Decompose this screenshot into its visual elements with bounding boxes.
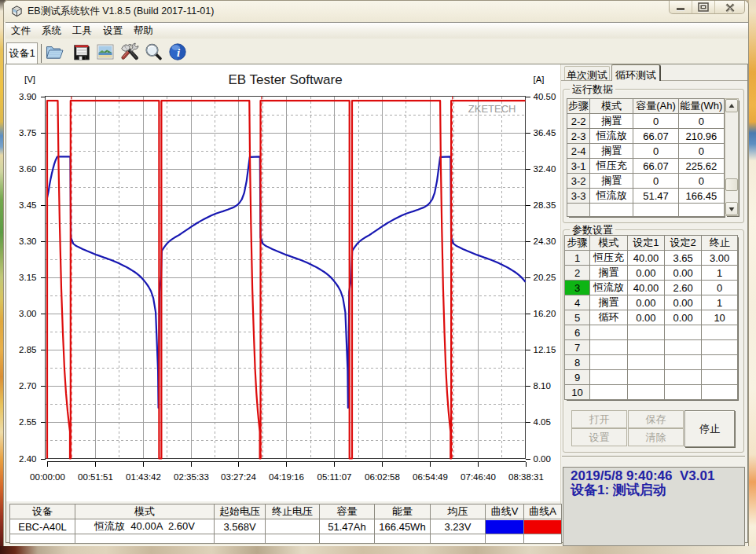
scroll-thumb[interactable] <box>725 178 738 191</box>
table-cell: EBC-A40L <box>10 519 75 534</box>
svg-text:06:02:58: 06:02:58 <box>365 472 400 482</box>
table-cell[interactable]: 5 <box>565 310 590 325</box>
minimize-button[interactable] <box>670 1 692 13</box>
table-cell[interactable]: 9 <box>565 370 590 385</box>
table-cell[interactable]: 40.00 <box>627 281 664 295</box>
table-cell: 66.07 <box>633 159 678 174</box>
menu-item-file[interactable]: 文件 <box>6 23 36 39</box>
table-cell[interactable] <box>702 370 738 385</box>
table-cell[interactable]: 3.65 <box>665 251 702 266</box>
zoom-icon[interactable] <box>143 42 163 62</box>
table-cell[interactable]: 7 <box>565 340 590 355</box>
svg-text:3.00: 3.00 <box>19 309 36 318</box>
device-tab[interactable]: 设备1 <box>6 42 38 64</box>
save-button[interactable]: 保存 <box>628 410 684 428</box>
table-cell: 恒流放 <box>590 129 633 144</box>
table-cell[interactable]: 3.00 <box>702 251 738 266</box>
table-cell[interactable]: 搁置 <box>590 295 628 310</box>
menu-item-system[interactable]: 系统 <box>36 23 67 39</box>
table-cell[interactable] <box>590 325 628 340</box>
scroll-up-button[interactable] <box>725 99 738 112</box>
table-cell[interactable] <box>665 385 702 400</box>
table-cell[interactable]: 1 <box>702 266 738 281</box>
table-cell[interactable]: 0.00 <box>665 266 702 281</box>
open-file-icon[interactable] <box>44 42 64 62</box>
table-cell[interactable] <box>627 325 664 340</box>
table-header-row: 设备模式起始电压终止电压容量能量均压曲线V曲线A <box>10 504 562 519</box>
table-cell[interactable] <box>590 340 628 355</box>
table-cell[interactable]: 2.60 <box>665 281 702 295</box>
tab-cycle-test[interactable]: 循环测试 <box>611 64 661 81</box>
column-header: 步骤 <box>565 236 590 251</box>
set-button[interactable]: 设置 <box>571 428 627 446</box>
stop-button[interactable]: 停止 <box>684 410 735 447</box>
tab-single-test[interactable]: 单次测试 <box>564 66 610 80</box>
table-cell[interactable] <box>627 340 664 355</box>
scroll-down-button[interactable] <box>725 202 738 215</box>
column-header: 模式 <box>590 99 633 114</box>
table-cell[interactable]: 搁置 <box>590 266 628 281</box>
maximize-button[interactable] <box>692 1 715 13</box>
table-cell[interactable]: 恒压充 <box>590 251 628 266</box>
table-cell[interactable]: 2 <box>565 266 590 281</box>
param-settings-table: 步骤模式设定1设定2终止1恒压充40.003.653.002搁置0.000.00… <box>564 235 738 400</box>
table-cell[interactable]: 循环 <box>590 310 628 325</box>
desktop-wallpaper-right <box>749 0 756 554</box>
table-cell[interactable] <box>665 325 702 340</box>
clear-button[interactable]: 清除 <box>628 428 684 446</box>
close-button[interactable] <box>715 1 744 13</box>
table-cell[interactable] <box>627 385 664 400</box>
table-cell[interactable]: 1 <box>565 251 590 266</box>
table-cell <box>10 534 75 544</box>
table-cell[interactable]: 0.00 <box>627 266 664 281</box>
table-cell[interactable]: 40.00 <box>627 251 664 266</box>
table-header-row: 步骤模式设定1设定2终止 <box>565 236 738 251</box>
table-cell[interactable]: 4 <box>565 295 590 310</box>
menu-item-tools[interactable]: 工具 <box>67 23 97 39</box>
title-bar[interactable]: EB测试系统软件 V1.8.5 (Build 2017-11-01) <box>4 1 748 22</box>
table-cell <box>75 534 215 544</box>
table-cell[interactable]: 8 <box>565 355 590 370</box>
table-row: 9 <box>565 370 738 385</box>
table-cell[interactable]: 0.00 <box>665 310 702 325</box>
x-axis-labels: 00:00:0000:51:5101:43:4202:35:3303:27:24… <box>30 462 544 482</box>
active-step-cell[interactable]: 3 <box>565 281 590 295</box>
table-cell[interactable] <box>665 340 702 355</box>
info-icon[interactable]: i <box>167 42 188 62</box>
svg-text:3.30: 3.30 <box>19 237 36 246</box>
results-table: 设备模式起始电压终止电压容量能量均压曲线V曲线AEBC-A40L恒流放 40.0… <box>9 504 562 544</box>
table-cell[interactable] <box>627 355 664 370</box>
svg-text:4.05: 4.05 <box>534 417 551 427</box>
table-cell[interactable] <box>702 355 738 370</box>
open-button[interactable]: 打开 <box>571 410 627 428</box>
table-cell[interactable] <box>665 355 702 370</box>
table-cell[interactable]: 1 <box>702 295 738 310</box>
app-window: EB测试系统软件 V1.8.5 (Build 2017-11-01) 文件系统工… <box>3 0 749 546</box>
table-cell[interactable] <box>702 385 738 400</box>
table-cell[interactable] <box>590 370 628 385</box>
save-icon[interactable] <box>72 42 92 62</box>
table-cell[interactable]: 恒流放 <box>590 281 628 295</box>
export-image-icon[interactable] <box>95 42 116 62</box>
table-cell <box>266 519 320 534</box>
table-cell[interactable] <box>702 340 738 355</box>
table-cell[interactable]: 0.00 <box>665 295 702 310</box>
svg-text:8.10: 8.10 <box>534 381 551 391</box>
table-cell[interactable]: 10 <box>565 385 590 400</box>
table-cell[interactable] <box>702 325 738 340</box>
table-cell[interactable]: 0 <box>702 281 738 295</box>
table-cell[interactable] <box>665 370 702 385</box>
table-cell[interactable]: 6 <box>565 325 590 340</box>
table-cell[interactable] <box>627 370 664 385</box>
table-row: 3-1恒压充66.07225.62 <box>567 159 725 174</box>
run-table-scrollbar[interactable] <box>725 98 739 216</box>
menu-item-settings[interactable]: 设置 <box>97 23 128 39</box>
column-header: 模式 <box>75 504 215 519</box>
table-cell[interactable]: 0.00 <box>627 295 664 310</box>
table-cell[interactable] <box>590 355 628 370</box>
table-cell[interactable]: 10 <box>702 310 738 325</box>
table-cell[interactable]: 0.00 <box>627 310 664 325</box>
menu-item-help[interactable]: 帮助 <box>128 23 159 39</box>
tools-icon[interactable] <box>119 42 140 62</box>
table-cell[interactable] <box>590 385 628 400</box>
